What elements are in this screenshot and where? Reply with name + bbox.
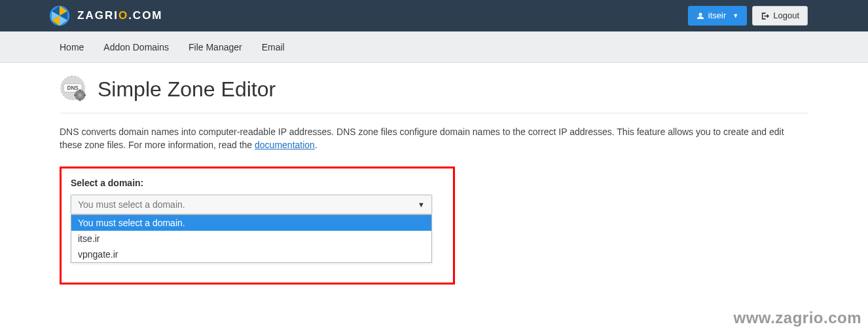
brand-logo-text: ZAGRIO.COM xyxy=(77,9,163,22)
svg-rect-7 xyxy=(79,89,81,92)
documentation-link[interactable]: documentation xyxy=(255,140,315,150)
user-label: itseir xyxy=(708,10,726,21)
brand-logo-icon xyxy=(48,5,71,27)
domain-option-2[interactable]: vpngate.ir xyxy=(71,246,431,262)
nav-link-addon-domains[interactable]: Addon Domains xyxy=(103,42,169,52)
top-header-bar: ZAGRIO.COM itseir ▼ xyxy=(0,0,868,31)
domain-option-1[interactable]: itse.ir xyxy=(71,231,431,246)
svg-rect-10 xyxy=(84,94,86,96)
domain-select[interactable]: You must select a domain. ▼ xyxy=(71,195,432,214)
svg-rect-8 xyxy=(79,99,81,102)
user-menu-button[interactable]: itseir ▼ xyxy=(688,6,747,26)
nav-link-file-manager[interactable]: File Manager xyxy=(189,42,242,52)
domain-select-area: Select a domain: You must select a domai… xyxy=(60,167,455,285)
secondary-nav: Home Addon Domains File Manager Email xyxy=(0,31,868,63)
user-icon xyxy=(696,12,704,20)
watermark-text: www.zagrio.com xyxy=(734,309,861,327)
logout-label: Logout xyxy=(773,10,799,21)
nav-link-home[interactable]: Home xyxy=(60,42,84,52)
svg-point-1 xyxy=(698,13,702,16)
svg-rect-9 xyxy=(74,94,77,96)
page-title: Simple Zone Editor xyxy=(98,77,276,102)
page-title-row: DNS Simple Zone Editor xyxy=(60,75,808,113)
domain-select-value: You must select a domain. xyxy=(78,199,185,210)
domain-select-dropdown: You must select a domain. itse.ir vpngat… xyxy=(71,214,432,263)
domain-option-placeholder[interactable]: You must select a domain. xyxy=(71,215,431,231)
caret-down-icon: ▼ xyxy=(732,12,738,20)
logout-icon xyxy=(761,12,769,20)
chevron-down-icon: ▼ xyxy=(418,201,425,208)
svg-point-6 xyxy=(78,93,82,97)
brand-logo[interactable]: ZAGRIO.COM xyxy=(48,5,163,27)
svg-text:DNS: DNS xyxy=(67,85,79,91)
nav-link-email[interactable]: Email xyxy=(262,42,285,52)
page-description: DNS converts domain names into computer-… xyxy=(60,125,808,152)
domain-select-label: Select a domain: xyxy=(71,178,444,188)
logout-button[interactable]: Logout xyxy=(752,6,808,26)
dns-zone-icon: DNS xyxy=(60,75,88,104)
